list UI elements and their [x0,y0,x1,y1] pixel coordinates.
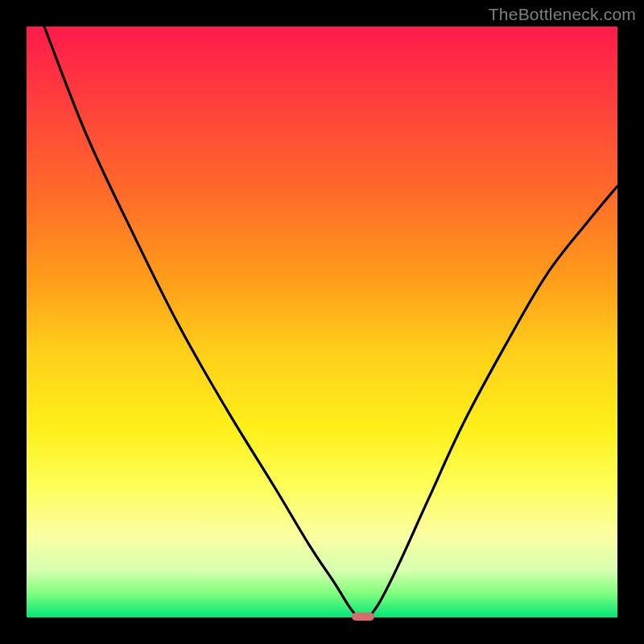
watermark-text: TheBottleneck.com [489,5,636,24]
optimum-marker [352,613,374,621]
bottleneck-curve [27,27,617,617]
plot-area [27,27,617,617]
